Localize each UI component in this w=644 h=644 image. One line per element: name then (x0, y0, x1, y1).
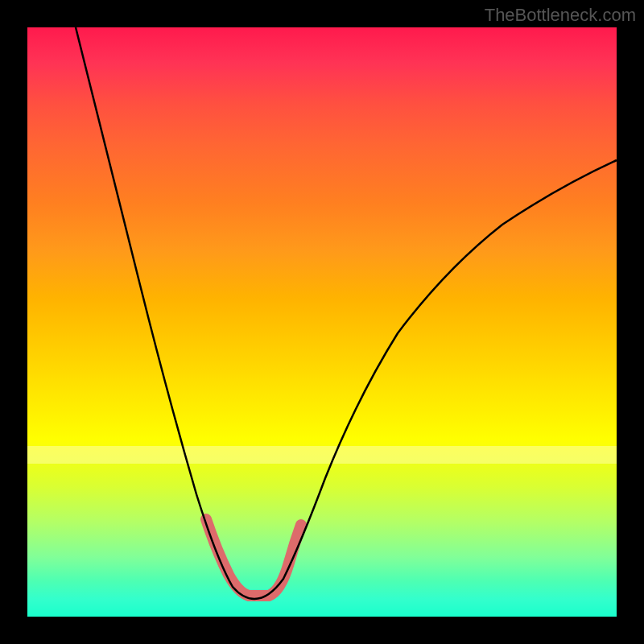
bottleneck-curve (76, 27, 617, 599)
curve-svg (27, 27, 617, 617)
watermark-text: TheBottleneck.com (485, 5, 636, 26)
optimal-zone-highlight (206, 519, 301, 596)
